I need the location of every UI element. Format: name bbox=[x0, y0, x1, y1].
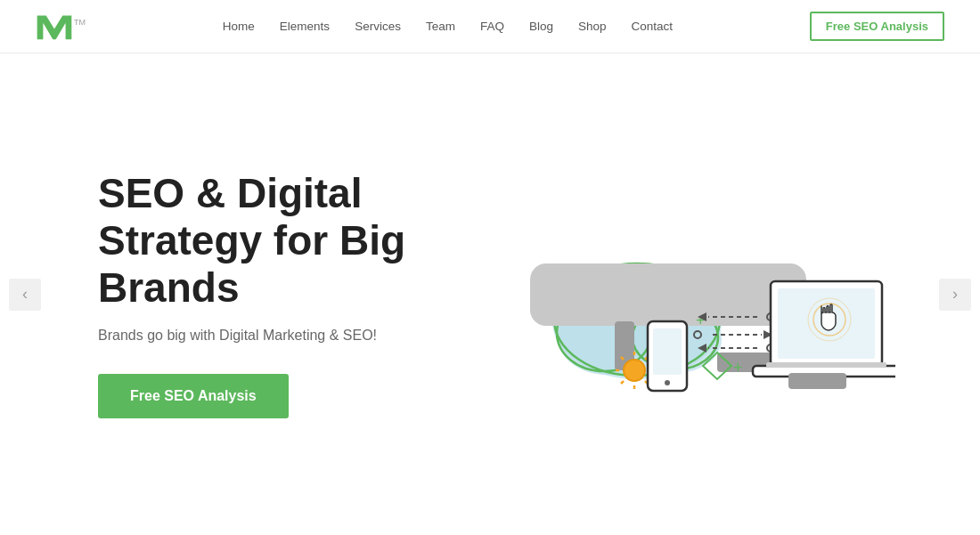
nav-home[interactable]: Home bbox=[223, 20, 255, 33]
svg-rect-36 bbox=[766, 362, 886, 368]
hero-text-block: SEO & Digital Strategy for Big Brands Br… bbox=[98, 170, 437, 418]
site-header: TM Home Elements Services Team FAQ Blog … bbox=[0, 0, 980, 53]
slider-prev-button[interactable]: ‹ bbox=[9, 279, 41, 311]
nav-services[interactable]: Services bbox=[355, 20, 401, 33]
svg-rect-39 bbox=[788, 373, 846, 389]
hero-subtitle: Brands go big with Digital Marketing & S… bbox=[98, 328, 437, 344]
hero-section: ‹ SEO & Digital Strategy for Big Brands … bbox=[0, 53, 980, 535]
svg-line-16 bbox=[621, 381, 624, 384]
svg-rect-19 bbox=[653, 328, 682, 375]
hero-illustration-svg: + + bbox=[450, 126, 895, 464]
hero-cta-button[interactable]: Free SEO Analysis bbox=[98, 374, 289, 418]
logo-trademark: TM bbox=[74, 18, 86, 27]
nav-shop[interactable]: Shop bbox=[578, 20, 607, 33]
hero-title: SEO & Digital Strategy for Big Brands bbox=[98, 170, 437, 312]
svg-text:+: + bbox=[733, 359, 743, 377]
main-nav: Home Elements Services Team FAQ Blog Sho… bbox=[223, 20, 673, 33]
svg-point-20 bbox=[665, 380, 670, 385]
logo[interactable]: TM bbox=[36, 12, 86, 41]
slider-next-button[interactable]: › bbox=[939, 279, 971, 311]
header-cta-button[interactable]: Free SEO Analysis bbox=[810, 12, 944, 41]
nav-blog[interactable]: Blog bbox=[529, 20, 553, 33]
nav-team[interactable]: Team bbox=[426, 20, 455, 33]
nav-contact[interactable]: Contact bbox=[631, 20, 673, 33]
nav-faq[interactable]: FAQ bbox=[480, 20, 504, 33]
svg-rect-6 bbox=[530, 263, 806, 326]
svg-point-9 bbox=[624, 360, 645, 381]
nav-elements[interactable]: Elements bbox=[280, 20, 330, 33]
hero-illustration: + + bbox=[437, 53, 909, 535]
